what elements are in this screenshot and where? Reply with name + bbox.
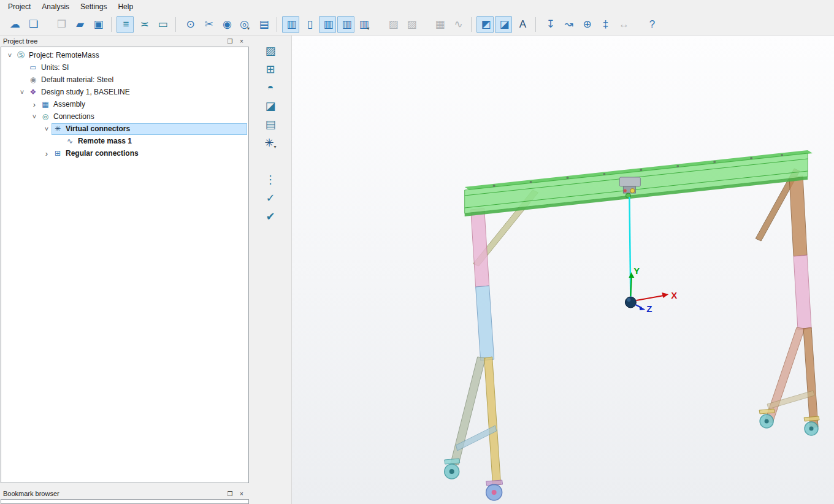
menu-settings[interactable]: Settings [75,1,112,13]
tree-expander-icon[interactable] [42,124,52,133]
open-folder-button[interactable]: ▰ [71,16,88,33]
float-panel-button[interactable]: ❐ [225,37,235,46]
virtual-connectors-icon: ✳ [52,124,63,133]
render-options-button[interactable]: ▤ [254,16,272,33]
seam-weld-button[interactable]: ◓ [261,78,280,97]
menu-help[interactable]: Help [112,1,139,13]
show-only-button[interactable]: ◎▾ [236,16,253,33]
tree-node-label: Remote mass 1 [75,136,134,146]
apply-load-button[interactable]: ↧ [541,16,558,33]
tree-node-remote-mass[interactable]: ∿ Remote mass 1 [1,135,248,147]
remote-mass-sphere[interactable] [625,297,636,308]
zoom-window-button[interactable]: ⊙ [181,16,198,33]
tree-node-label: Default material: Steel [39,75,116,85]
left-dock-column: Project tree ❐ × Ⓢ Project: RemoteMass ▭… [0,36,250,504]
toolbar-icon: ✂ [204,19,213,29]
tree-row-content: ▦ Assembly [39,99,247,110]
toolbar-icon: ✔ [266,211,275,222]
new-project-button[interactable]: ❏ [24,16,41,33]
animate-result-button[interactable]: ▥▾ [356,16,373,33]
tree-node-project[interactable]: Ⓢ Project: RemoteMass [1,49,248,61]
bookmark-browser-title: Bookmark browser [3,490,223,497]
menu-analysis[interactable]: Analysis [36,1,75,13]
toolbar-icon: ◉ [223,19,232,29]
assembly-icon: ▦ [40,100,51,109]
main-area: Project tree ❐ × Ⓢ Project: RemoteMass ▭… [0,36,834,504]
spring-reactions-button[interactable]: ∿ [449,16,466,33]
toolbar-separator [175,17,176,32]
close-panel-button[interactable]: × [237,37,247,46]
tree-node-regular-connections[interactable]: ⊞ Regular connections [1,147,248,159]
show-hide-button[interactable]: ◉ [218,16,235,33]
tree-expander-icon[interactable] [42,149,52,158]
validate-connections-button[interactable]: ✔ [261,207,280,226]
axis-x-label: X [671,290,677,300]
scale-view-button[interactable]: ↔ [614,16,632,33]
tree-node-units[interactable]: ▭ Units: SI [1,61,248,74]
save-project-button[interactable]: ▣ [89,16,106,33]
edge-weld-button[interactable]: ▤ [261,115,280,134]
reactions-grid-button[interactable]: ▦ [430,16,448,33]
thermal-result-button[interactable]: ‡ [596,16,613,33]
tree-row-content: ✳ Virtual connectors [52,123,247,135]
dropdown-arrow-icon: ▾ [274,144,277,150]
dock-splitter[interactable] [0,483,250,488]
units-icon: ▭ [28,63,39,72]
toolbar-gap [633,16,641,33]
probe-result-button[interactable]: ◩ [476,16,494,33]
cloud-button[interactable]: ☁ [6,16,23,33]
cut-plane-button[interactable]: ✂ [199,16,216,33]
tree-node-connections[interactable]: ◎ Connections [1,110,248,123]
deformed-result-button[interactable]: ▥ [282,16,299,33]
tree-node-label: Assembly [51,99,88,109]
tree-expander-icon[interactable] [29,100,39,109]
viewport-3d[interactable]: Y X Z [291,36,834,504]
connections-toolbar: ▨⊞◓◪▤✳▾⋮✓✔ [250,36,291,504]
fringe-plot-button[interactable]: ▥ [337,16,354,33]
trajectory-button[interactable]: ↝ [559,16,576,33]
project-tree-button[interactable]: ≡ [117,16,134,33]
toolbar-gap [261,152,280,170]
help-button[interactable]: ? [643,16,660,33]
tree-expander-icon[interactable] [17,88,27,96]
tree-node-design-study[interactable]: ❖ Design study 1, BASELINE [1,86,248,98]
toolbar-icon: ⊕ [583,19,591,29]
tree-expander-icon[interactable] [29,112,39,121]
tree-node-virtual-connectors[interactable]: ✳ Virtual connectors [1,123,248,135]
auto-connections-button[interactable]: ▨ [261,42,280,60]
measure-button[interactable]: A [513,16,530,33]
toolbar-icon: ❒ [57,19,66,29]
toolbar-icon: ? [649,19,655,29]
menu-project[interactable]: Project [2,1,36,13]
open-project-button[interactable]: ❒ [52,16,69,33]
bookmark-browser-button[interactable]: ▭ [153,16,170,33]
bolt-connections-button[interactable]: ⋮ [261,170,280,189]
toolbar-icon: ∿ [454,19,462,29]
fillet-weld-button[interactable]: ◪ [261,97,280,115]
virtual-connector-button[interactable]: ✳▾ [261,134,280,152]
tree-expander-icon[interactable] [5,51,15,59]
tree-node-assembly[interactable]: ▦ Assembly [1,98,248,110]
contour-plot-button[interactable]: ▥ [319,16,336,33]
review-connections-button[interactable]: ✓ [261,189,280,207]
superpose-results-button[interactable]: ▨ [402,16,419,33]
float-panel-button[interactable]: ❐ [225,489,235,498]
toolbar-icon: ▥ [323,19,333,29]
toolbar-icon: ⊞ [266,64,275,75]
pick-info-button[interactable]: ◪ [495,16,512,33]
crane-model[interactable] [445,150,819,500]
toolbar-separator [277,17,277,32]
toolbar-separator [471,17,472,32]
tree-node-material[interactable]: ◉ Default material: Steel [1,74,248,86]
legend-panel-button[interactable]: ≍ [135,16,152,33]
undeformed-button[interactable]: ▯ [300,16,318,33]
toolbar-icon: ▨ [265,45,275,56]
add-connection-button[interactable]: ⊞ [261,60,280,78]
project-tree-title: Project tree [3,37,223,45]
close-panel-button[interactable]: × [237,489,247,498]
move-copy-button[interactable]: ⊕ [578,16,595,33]
remote-mass-connector-line[interactable] [629,197,630,297]
material-icon: ◉ [28,75,39,84]
tree-row-content: Ⓢ Project: RemoteMass [15,50,247,61]
compare-results-button[interactable]: ▨ [384,16,401,33]
